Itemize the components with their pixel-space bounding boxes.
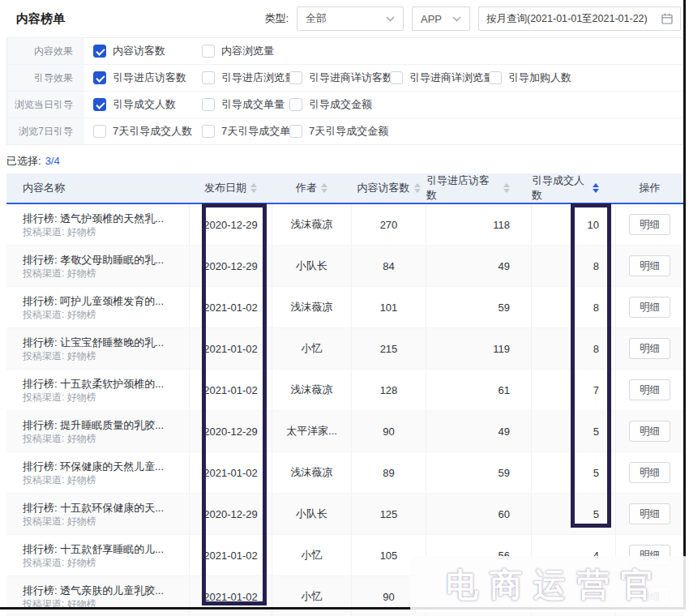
checkbox-icon[interactable] (93, 125, 106, 138)
detail-button[interactable]: 明细 (629, 255, 670, 277)
selected-label: 已选择: (6, 155, 41, 167)
platform-select[interactable]: APP (412, 6, 470, 31)
checkbox-icon[interactable] (93, 45, 106, 58)
filter-checkbox-option[interactable]: 内容浏览量 (202, 44, 289, 58)
date-range-input[interactable]: 按月查询(2021-01-01至2021-01-22) (478, 6, 681, 31)
column-header-label: 引导进店访客数 (426, 173, 499, 203)
content-channel: 投稿渠道: 好物榜 (23, 391, 96, 404)
deal-count: 8 (593, 302, 599, 314)
checkbox-icon[interactable] (202, 98, 215, 111)
detail-button[interactable]: 明细 (629, 338, 670, 360)
filter-checkbox-option[interactable]: 引导进商详访客数 (289, 71, 390, 85)
filter-checkbox-option[interactable]: 7天引导成交单量 (202, 124, 289, 139)
sort-icon[interactable] (503, 183, 510, 193)
filter-checkbox-option[interactable]: 引导进商详浏览量 (390, 71, 489, 85)
detail-button[interactable]: 明细 (629, 214, 670, 236)
filter-checkbox-option[interactable]: 7天引导成交金额 (289, 124, 390, 139)
table-row: 排行榜: 提升睡眠质量的乳胶... 投稿渠道: 好物榜 2020-12-29 太… (6, 411, 683, 452)
publish-date: 2021-01-02 (203, 343, 258, 355)
watermark: 电商运营官 (410, 556, 689, 613)
table-row: 排行榜: 透气护颈椎的天然乳... 投稿渠道: 好物榜 2020-12-29 浅… (6, 204, 683, 246)
sort-icon[interactable] (321, 183, 327, 193)
table-body: 排行榜: 透气护颈椎的天然乳... 投稿渠道: 好物榜 2020-12-29 浅… (6, 204, 683, 616)
checkbox-icon[interactable] (202, 45, 215, 58)
cell-deal-count: 10 (531, 204, 615, 245)
checkbox-icon[interactable] (93, 98, 106, 111)
filter-option-label: 引导加购人数 (508, 71, 571, 85)
filter-checkbox-option[interactable]: 引导成交金额 (289, 97, 390, 112)
table-column-header[interactable]: 引导进店访客数 (426, 173, 531, 203)
detail-button[interactable]: 明细 (629, 462, 670, 484)
publish-date: 2020-12-29 (203, 260, 258, 272)
filter-checkbox-option[interactable]: 引导成交人数 (93, 97, 202, 112)
filter-option-label: 7天引导成交人数 (113, 124, 192, 139)
table-column-header[interactable]: 内容访客数 (351, 173, 426, 203)
cell-content-visitors: 90 (351, 411, 426, 451)
checkbox-icon[interactable] (202, 71, 215, 84)
cell-content-visitors: 125 (351, 494, 426, 534)
author: 小忆 (302, 589, 323, 604)
table-column-header[interactable]: 作者 (272, 173, 351, 203)
cell-publish-date: 2021-01-02 (189, 535, 272, 575)
table-row: 排行榜: 十五款柔软护颈椎的... 投稿渠道: 好物榜 2021-01-02 浅… (6, 370, 683, 411)
table-row: 排行榜: 呵护儿童颈椎发育的... 投稿渠道: 好物榜 2021-01-02 浅… (6, 287, 683, 328)
filter-checkbox-option[interactable]: 7天引导成交人数 (93, 124, 202, 139)
cell-author: 浅沫薇凉 (272, 370, 351, 410)
checkbox-icon[interactable] (202, 125, 215, 138)
content-channel: 投稿渠道: 好物榜 (23, 473, 96, 486)
cell-content-name: 排行榜: 十五款环保健康的天... 投稿渠道: 好物榜 (6, 494, 189, 534)
detail-button[interactable]: 明细 (629, 421, 670, 443)
publish-date: 2021-01-02 (203, 302, 258, 314)
cell-deal-count: 5 (531, 494, 615, 534)
content-visitors: 215 (380, 343, 398, 355)
table-column-header[interactable]: 发布日期 (189, 173, 272, 203)
author: 浅沫薇凉 (291, 217, 333, 232)
shop-visitors: 118 (493, 219, 510, 231)
content-channel: 投稿渠道: 好物榜 (23, 267, 96, 280)
checkbox-icon[interactable] (390, 71, 403, 84)
content-visitors: 128 (380, 384, 398, 396)
checkbox-icon[interactable] (289, 71, 302, 84)
content-channel: 投稿渠道: 好物榜 (23, 556, 96, 569)
filter-checkbox-option[interactable]: 引导进店浏览量 (202, 71, 289, 85)
content-channel: 投稿渠道: 好物榜 (23, 349, 96, 362)
content-channel: 投稿渠道: 好物榜 (23, 225, 96, 238)
checkbox-icon[interactable] (289, 98, 302, 111)
cell-author: 浅沫薇凉 (272, 204, 351, 245)
filter-checkbox-option[interactable]: 内容访客数 (93, 44, 202, 58)
checkbox-icon[interactable] (289, 125, 302, 138)
table-row: 排行榜: 十五款环保健康的天... 投稿渠道: 好物榜 2020-12-29 小… (6, 494, 683, 535)
publish-date: 2021-01-02 (203, 467, 258, 479)
content-visitors: 101 (380, 302, 398, 314)
shop-visitors: 61 (499, 384, 510, 396)
filter-checkbox-option[interactable]: 引导进店访客数 (93, 71, 202, 85)
selected-summary: 已选择:3/4 (0, 145, 689, 173)
detail-button[interactable]: 明细 (629, 297, 670, 319)
cell-content-name: 排行榜: 透气护颈椎的天然乳... 投稿渠道: 好物榜 (6, 204, 189, 245)
cell-publish-date: 2020-12-29 (189, 411, 272, 451)
publish-date: 2020-12-29 (203, 426, 258, 438)
sort-icon[interactable] (593, 183, 599, 193)
watermark-text: 电商运营官 (434, 563, 665, 607)
filter-row: 内容效果 内容访客数 内容浏览量 (7, 38, 683, 65)
filter-checkbox-option[interactable]: 引导加购人数 (489, 71, 586, 85)
detail-button[interactable]: 明细 (629, 503, 670, 525)
filter-checkbox-option[interactable]: 引导成交单量 (202, 97, 289, 112)
sort-icon[interactable] (414, 183, 421, 193)
checkbox-icon[interactable] (93, 71, 106, 84)
sort-icon[interactable] (250, 183, 257, 193)
table-column-header[interactable]: 引导成交人数 (531, 173, 615, 203)
type-select[interactable]: 全部 (297, 6, 404, 31)
cell-author: 太平洋家... (272, 411, 351, 451)
content-table: 内容名称 发布日期 作者 内容访客数 引导进店访客数 引导成交人数 操作 排行榜… (6, 173, 683, 616)
cell-author: 小队长 (272, 246, 351, 286)
chevron-down-icon (452, 16, 461, 22)
checkbox-icon[interactable] (489, 71, 502, 84)
cell-content-name: 排行榜: 环保健康的天然儿童... 投稿渠道: 好物榜 (6, 452, 189, 493)
table-row: 排行榜: 环保健康的天然儿童... 投稿渠道: 好物榜 2021-01-02 浅… (6, 452, 683, 494)
calendar-icon (661, 13, 673, 24)
cell-deal-count: 7 (531, 370, 615, 410)
detail-button[interactable]: 明细 (629, 379, 670, 401)
filter-option-label: 引导成交人数 (113, 97, 176, 112)
cell-action: 明细 (615, 287, 683, 327)
